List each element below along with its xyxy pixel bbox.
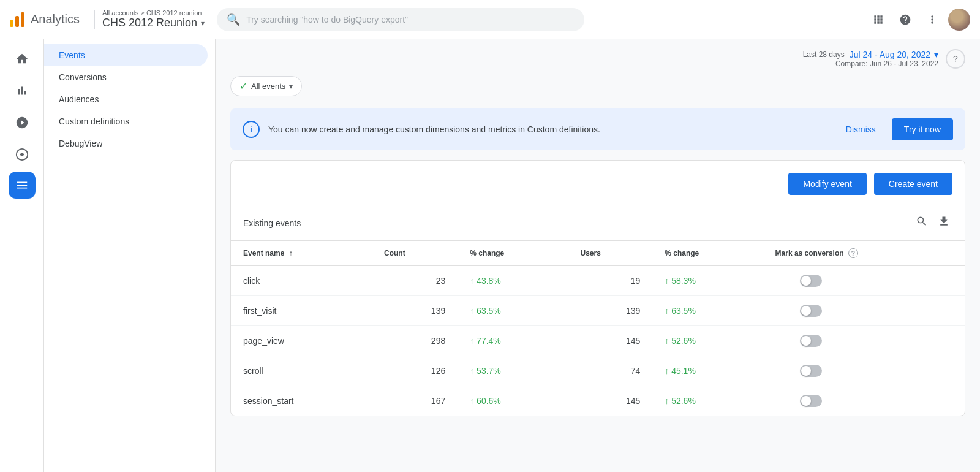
global-search[interactable]: 🔍 Try searching "how to do BigQuery expo… — [217, 8, 584, 31]
table-row: scroll 126 ↑ 53.7% 74 ↑ 45.1% — [231, 356, 965, 386]
date-range-selector[interactable]: Jul 24 - Aug 20, 2022 ▾ — [850, 50, 938, 59]
cell-count: 167 — [372, 386, 458, 416]
analytics-logo — [10, 12, 24, 27]
table-row: first_visit 139 ↑ 63.5% 139 ↑ 63.5% — [231, 296, 965, 326]
cell-count: 298 — [372, 326, 458, 356]
main-layout: Events Conversions Audiences Custom defi… — [0, 39, 980, 472]
card-header: Modify event Create event — [231, 161, 965, 205]
conversion-toggle[interactable] — [800, 395, 822, 407]
table-row: click 23 ↑ 43.8% 19 ↑ 58.3% — [231, 266, 965, 296]
try-now-button[interactable]: Try it now — [892, 118, 953, 140]
search-placeholder: Try searching "how to do BigQuery export… — [246, 15, 408, 25]
header-divider — [94, 10, 95, 29]
table-search-icon[interactable] — [913, 213, 930, 233]
conversion-toggle[interactable] — [800, 365, 822, 377]
table-row: page_view 298 ↑ 77.4% 145 ↑ 52.6% — [231, 326, 965, 356]
app-name: Analytics — [31, 12, 80, 26]
cell-event-name: scroll — [231, 356, 372, 386]
sort-arrow-icon: ↑ — [289, 249, 293, 257]
cell-event-name: session_start — [231, 386, 372, 416]
left-nav — [0, 39, 44, 472]
chevron-down-date-icon: ▾ — [934, 50, 938, 59]
dismiss-button[interactable]: Dismiss — [839, 120, 883, 139]
filter-chip[interactable]: ✓ All events ▾ — [230, 76, 302, 96]
modify-event-button[interactable]: Modify event — [788, 173, 866, 195]
date-range: Last 28 days Jul 24 - Aug 20, 2022 ▾ Com… — [803, 50, 938, 68]
banner-text: You can now create and manage custom dim… — [268, 124, 830, 134]
col-users-pct: % change — [652, 241, 763, 266]
page-header: Last 28 days Jul 24 - Aug 20, 2022 ▾ Com… — [216, 39, 980, 74]
nav-home-icon[interactable] — [7, 44, 37, 74]
events-table: Event name ↑ Count % change Users % chan… — [231, 241, 965, 416]
cell-count-pct: ↑ 53.7% — [458, 356, 568, 386]
cell-users: 19 — [568, 266, 653, 296]
table-title: Existing events — [243, 218, 913, 228]
logo-area: Analytics — [10, 12, 80, 27]
cell-count-pct: ↑ 60.6% — [458, 386, 568, 416]
nav-configure-icon[interactable] — [9, 172, 36, 199]
date-help-icon[interactable]: ? — [946, 49, 965, 69]
more-options-icon[interactable] — [921, 9, 943, 31]
nav-explore-icon[interactable] — [7, 108, 37, 137]
events-card: Modify event Create event Existing event… — [230, 160, 965, 416]
cell-users-pct: ↑ 52.6% — [652, 386, 763, 416]
sidebar: Events Conversions Audiences Custom defi… — [44, 39, 216, 472]
cell-event-name: first_visit — [231, 296, 372, 326]
col-mark: Mark as conversion ? — [763, 241, 965, 266]
cell-toggle[interactable] — [763, 356, 965, 386]
cell-count: 139 — [372, 296, 458, 326]
avatar[interactable] — [948, 9, 970, 31]
sidebar-item-events[interactable]: Events — [44, 44, 208, 66]
info-banner: i You can now create and manage custom d… — [230, 108, 965, 150]
create-event-button[interactable]: Create event — [874, 173, 952, 195]
check-icon: ✓ — [239, 80, 247, 92]
cell-toggle[interactable] — [763, 326, 965, 356]
search-icon: 🔍 — [227, 13, 240, 26]
conversion-toggle[interactable] — [800, 335, 822, 347]
table-download-icon[interactable] — [935, 213, 952, 233]
main-content: Last 28 days Jul 24 - Aug 20, 2022 ▾ Com… — [216, 39, 980, 472]
filter-bar: ✓ All events ▾ — [216, 74, 980, 104]
cell-users: 139 — [568, 296, 653, 326]
col-event-name[interactable]: Event name ↑ — [231, 241, 372, 266]
conversion-toggle[interactable] — [800, 305, 822, 317]
chevron-down-icon: ▾ — [201, 19, 205, 28]
top-header: Analytics All accounts > CHS 2012 reunio… — [0, 0, 980, 39]
sidebar-item-conversions[interactable]: Conversions — [44, 66, 208, 88]
cell-users-pct: ↑ 52.6% — [652, 326, 763, 356]
apps-icon[interactable] — [867, 9, 889, 31]
cell-users: 145 — [568, 326, 653, 356]
cell-count: 23 — [372, 266, 458, 296]
sidebar-item-custom-definitions[interactable]: Custom definitions — [44, 110, 208, 132]
help-icon[interactable] — [894, 9, 916, 31]
nav-reports-icon[interactable] — [7, 76, 37, 105]
date-label: Last 28 days — [803, 50, 845, 59]
account-nav: All accounts > CHS 2012 reunion CHS 2012… — [102, 9, 205, 29]
cell-users-pct: ↑ 63.5% — [652, 296, 763, 326]
cell-users: 145 — [568, 386, 653, 416]
cell-count-pct: ↑ 43.8% — [458, 266, 568, 296]
table-actions — [913, 213, 952, 233]
cell-event-name: click — [231, 266, 372, 296]
conversion-toggle[interactable] — [800, 275, 822, 287]
nav-advertising-icon[interactable] — [7, 140, 37, 169]
cell-count-pct: ↑ 63.5% — [458, 296, 568, 326]
property-selector[interactable]: CHS 2012 Reunion ▾ — [102, 17, 205, 29]
cell-toggle[interactable] — [763, 296, 965, 326]
cell-users: 74 — [568, 356, 653, 386]
mark-help-icon[interactable]: ? — [848, 248, 858, 258]
header-actions — [867, 9, 970, 31]
cell-event-name: page_view — [231, 326, 372, 356]
date-compare: Compare: Jun 26 - Jul 23, 2022 — [835, 59, 938, 68]
col-count: Count — [372, 241, 458, 266]
col-count-pct: % change — [458, 241, 568, 266]
table-row: session_start 167 ↑ 60.6% 145 ↑ 52.6% — [231, 386, 965, 416]
cell-toggle[interactable] — [763, 266, 965, 296]
info-icon: i — [243, 121, 260, 138]
sidebar-item-audiences[interactable]: Audiences — [44, 88, 208, 110]
col-users: Users — [568, 241, 653, 266]
table-section: Existing events Event — [231, 205, 965, 416]
cell-toggle[interactable] — [763, 386, 965, 416]
sidebar-item-debugview[interactable]: DebugView — [44, 132, 208, 154]
cell-users-pct: ↑ 58.3% — [652, 266, 763, 296]
